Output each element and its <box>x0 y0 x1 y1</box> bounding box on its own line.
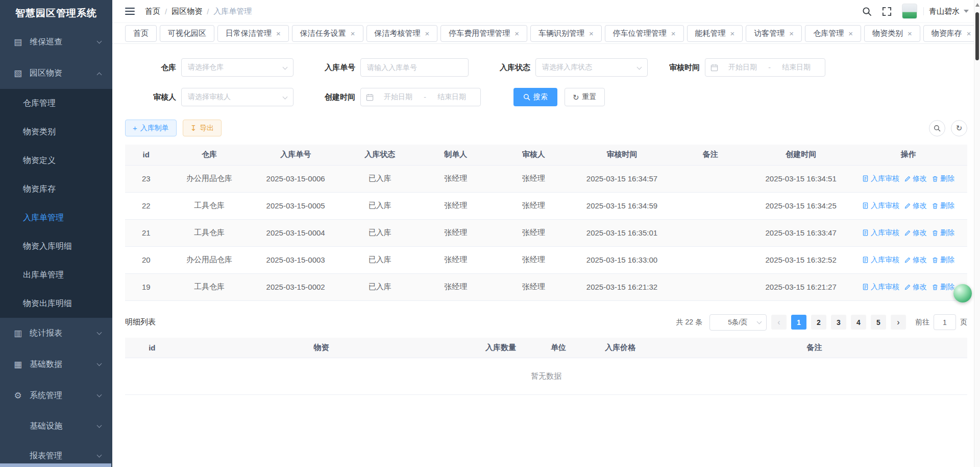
sidebar-item[interactable]: 入库单管理 <box>0 203 112 232</box>
tab[interactable]: 车辆识别管理 × <box>530 25 602 42</box>
tab-close-icon[interactable]: × <box>789 30 794 37</box>
page-number-button[interactable]: 1 <box>791 315 806 330</box>
sidebar-item[interactable]: ▤ 维保巡查 <box>0 27 112 58</box>
tab[interactable]: 保洁任务设置 × <box>292 25 363 42</box>
tab-close-icon[interactable]: × <box>351 30 355 37</box>
edit-action-link[interactable]: 修改 <box>904 283 927 292</box>
tab-close-icon[interactable]: × <box>967 30 971 37</box>
audit-action-link[interactable]: 入库审核 <box>862 228 899 238</box>
create-inbound-button[interactable]: + 入库制单 <box>125 120 177 136</box>
page-number-button[interactable]: 4 <box>851 315 866 330</box>
tab-close-icon[interactable]: × <box>671 30 676 37</box>
audit-action-link[interactable]: 入库审核 <box>862 255 899 265</box>
cell-warehouse: 办公用品仓库 <box>167 246 252 273</box>
floating-assistant-ball[interactable] <box>953 284 972 302</box>
sidebar-item[interactable]: 物资入库明细 <box>0 232 112 261</box>
prev-page-button[interactable]: ‹ <box>771 315 787 330</box>
fullscreen-icon[interactable] <box>882 7 892 16</box>
tab[interactable]: 停车位管理管理 × <box>605 25 684 42</box>
sidebar-item[interactable]: ▦ 基础数据 <box>0 349 112 380</box>
trash-icon <box>932 203 938 209</box>
sidebar-item[interactable]: 仓库管理 <box>0 89 112 118</box>
export-button[interactable]: ↧ 导出 <box>183 120 222 136</box>
tab[interactable]: 仓库管理 × <box>805 25 861 42</box>
edit-action-link[interactable]: 修改 <box>904 228 927 238</box>
tab-close-icon[interactable]: × <box>276 30 281 37</box>
delete-action-link[interactable]: 删除 <box>932 174 954 183</box>
audit-action-link[interactable]: 入库审核 <box>862 201 899 211</box>
delete-action-link[interactable]: 删除 <box>932 255 954 265</box>
tab[interactable]: 物资类别 × <box>864 25 920 42</box>
vertical-scrollbar[interactable] <box>974 0 980 467</box>
order-no-label: 入库单号 <box>312 63 355 73</box>
next-page-button[interactable]: › <box>891 315 906 330</box>
user-menu-caret-icon[interactable] <box>964 10 969 13</box>
search-icon[interactable] <box>862 7 872 16</box>
cell-id: 21 <box>125 219 167 246</box>
sidebar-item[interactable]: 基础设施 <box>0 411 112 441</box>
table-row[interactable]: 23 办公用品仓库 2025-03-15-0006 已入库 张经理 张经理 20… <box>125 165 967 192</box>
tab[interactable]: 物资库存 × <box>923 25 979 42</box>
tab-label: 能耗管理 <box>695 29 726 38</box>
edit-action-link[interactable]: 修改 <box>904 201 927 211</box>
breadcrumb-item[interactable]: 园区物资/ <box>172 7 213 16</box>
horizontal-scrollbar-thumb[interactable] <box>0 463 111 467</box>
sidebar-item[interactable]: 物资库存 <box>0 175 112 203</box>
sidebar-item[interactable]: ⚙ 系统管理 <box>0 380 112 411</box>
search-button[interactable]: 搜索 <box>513 88 557 106</box>
page-number-button[interactable]: 5 <box>871 315 886 330</box>
reset-button[interactable]: ↻ 重置 <box>565 88 605 106</box>
tab-close-icon[interactable]: × <box>514 30 519 37</box>
tab[interactable]: 日常保洁管理 × <box>217 25 289 42</box>
warehouse-select[interactable]: 请选择仓库 <box>181 58 293 77</box>
status-select[interactable]: 请选择入库状态 <box>535 58 648 77</box>
table-row[interactable]: 19 工具仓库 2025-03-15-0002 已入库 张经理 张经理 2025… <box>125 273 967 300</box>
sidebar-item[interactable]: 物资出库明细 <box>0 289 112 318</box>
auditor-select[interactable]: 请选择审核人 <box>181 88 293 106</box>
breadcrumb-item[interactable]: 入库单管理/ <box>213 7 252 16</box>
breadcrumb-item[interactable]: 首页/ <box>145 7 172 16</box>
vertical-scrollbar-thumb[interactable] <box>975 12 979 60</box>
refresh-table-button[interactable]: ↻ <box>951 120 967 136</box>
cell-audit-time: 2025-03-15 16:33:00 <box>576 246 669 273</box>
table-row[interactable]: 21 工具仓库 2025-03-15-0004 已入库 张经理 张经理 2025… <box>125 219 967 246</box>
audit-action-link[interactable]: 入库审核 <box>862 174 899 183</box>
sidebar-item[interactable]: ▧ 园区物资 <box>0 58 112 89</box>
tab[interactable]: 保洁考核管理 × <box>366 25 438 42</box>
goto-page-input[interactable] <box>934 314 956 330</box>
tab-close-icon[interactable]: × <box>848 30 853 37</box>
toggle-search-button[interactable] <box>929 120 945 136</box>
table-row[interactable]: 22 工具仓库 2025-03-15-0005 已入库 张经理 张经理 2025… <box>125 192 967 219</box>
page-number-button[interactable]: 2 <box>811 315 826 330</box>
scrollbar-up-arrow[interactable] <box>975 3 979 7</box>
sidebar-item[interactable]: ▥ 统计报表 <box>0 318 112 349</box>
audit-time-range-picker[interactable]: 开始日期 - 结束日期 <box>705 58 825 77</box>
tab[interactable]: 首页 <box>125 25 157 42</box>
menu-fold-icon[interactable] <box>125 8 135 15</box>
table-header-cell: id <box>125 145 167 165</box>
audit-action-link[interactable]: 入库审核 <box>862 283 899 292</box>
page-size-select[interactable]: 5条/页 <box>709 314 767 331</box>
tab[interactable]: 能耗管理 × <box>687 25 743 42</box>
avatar[interactable] <box>902 4 917 19</box>
tab-close-icon[interactable]: × <box>908 30 912 37</box>
sidebar-item[interactable]: 物资定义 <box>0 146 112 175</box>
page-number-button[interactable]: 3 <box>831 315 846 330</box>
delete-action-link[interactable]: 删除 <box>932 283 954 292</box>
sidebar-item[interactable]: 出库单管理 <box>0 261 112 289</box>
delete-action-link[interactable]: 删除 <box>932 201 954 211</box>
edit-action-link[interactable]: 修改 <box>904 174 927 183</box>
tab[interactable]: 访客管理 × <box>746 25 802 42</box>
username[interactable]: 青山碧水 <box>929 7 960 16</box>
tab[interactable]: 可视化园区 <box>160 25 214 42</box>
edit-action-link[interactable]: 修改 <box>904 255 927 265</box>
tab-close-icon[interactable]: × <box>589 30 594 37</box>
tab-close-icon[interactable]: × <box>425 30 430 37</box>
delete-action-link[interactable]: 删除 <box>932 228 954 238</box>
sidebar-item[interactable]: 物资类别 <box>0 118 112 146</box>
create-time-range-picker[interactable]: 开始日期 - 结束日期 <box>360 88 481 106</box>
table-row[interactable]: 20 办公用品仓库 2025-03-15-0003 已入库 张经理 张经理 20… <box>125 246 967 273</box>
tab[interactable]: 停车费用管理管理 × <box>440 25 527 42</box>
tab-close-icon[interactable]: × <box>730 30 735 37</box>
order-no-input[interactable] <box>360 58 469 77</box>
